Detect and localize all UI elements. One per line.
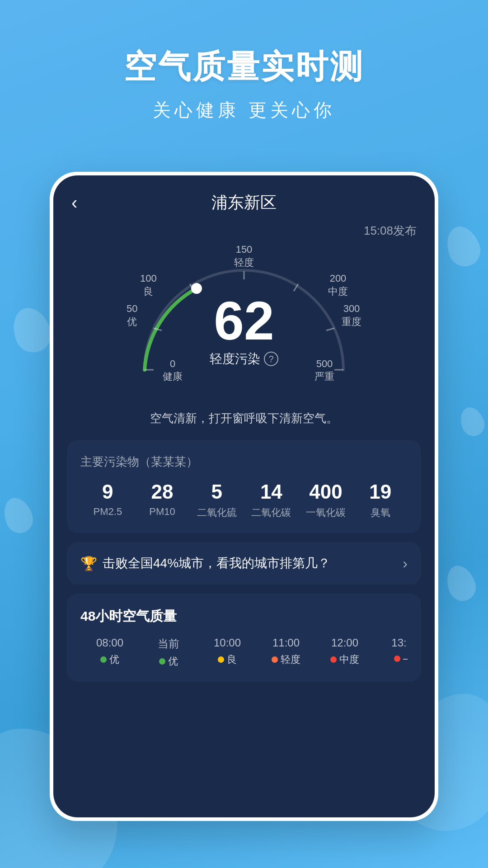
hour-time: 08:00 [85, 637, 135, 649]
trophy-icon: 🏆 [80, 556, 97, 571]
pollutant-value: 14 [244, 481, 299, 503]
pollutants-grid: 9 PM2.5 28 PM10 5 二氧化硫 14 二氧化碳 400 一氧化碳 … [80, 481, 408, 519]
ranking-banner[interactable]: 🏆 击败全国44%城市，看我的城市排第几？ › [67, 542, 421, 585]
bg-drop-left-1 [7, 302, 56, 357]
pollutant-value: 400 [299, 481, 353, 503]
bg-drop-right-2 [456, 404, 488, 439]
pollutant-value: 19 [353, 481, 408, 503]
status-dot [394, 656, 400, 662]
back-button[interactable]: ‹ [71, 193, 77, 213]
top-bar: ‹ 浦东新区 [53, 175, 435, 218]
status-dot [330, 656, 337, 663]
ranking-chevron: › [403, 555, 408, 572]
gauge-container: 0 健康 50 优 100 良 150 轻度 [117, 243, 371, 388]
gauge-label-200: 200 中度 [328, 272, 348, 298]
advice-text: 空气清新，打开窗呼吸下清新空气。 [53, 401, 435, 440]
hour-item: 11:00 轻度 [257, 637, 315, 668]
status-text: 中度 [339, 653, 359, 666]
pollutant-item: 5 二氧化硫 [189, 481, 244, 519]
header: 空气质量实时测 关心健康 更关心你 [0, 0, 488, 150]
pollutant-value: 9 [80, 481, 135, 503]
hours48-row: 08:00 优 当前 优 10:00 良 11:00 轻度 12:00 中度 1… [80, 637, 408, 668]
hour-time: 当前 [144, 637, 193, 651]
hour-status: 轻度 [261, 653, 311, 666]
pollutant-item: 400 一氧化碳 [299, 481, 353, 519]
aqi-value: 62 [210, 293, 278, 348]
pollutant-item: 28 PM10 [135, 481, 190, 519]
hour-status: 优 [85, 653, 135, 666]
hour-item: 12:00 中度 [315, 637, 374, 668]
gauge-label-300: 300 重度 [342, 302, 361, 328]
hour-status: — [379, 653, 408, 665]
hour-status: 中度 [320, 653, 370, 666]
hours48-section: 48小时空气质量 08:00 优 当前 优 10:00 良 11:00 轻度 1… [67, 594, 421, 682]
hour-item: 08:00 优 [80, 637, 139, 668]
gauge-label-100: 100 良 [140, 272, 157, 298]
gauge-section: 15:08发布 [53, 218, 435, 401]
gauge-label-500: 500 严重 [314, 358, 334, 383]
pollutant-name: 臭氧 [353, 506, 408, 519]
status-dot [272, 656, 278, 663]
pollutant-item: 14 二氧化碳 [244, 481, 299, 519]
gauge-label-50: 50 优 [127, 302, 137, 328]
pollutant-name: 一氧化碳 [299, 506, 353, 519]
status-text: 优 [109, 653, 119, 666]
gauge-label-150: 150 轻度 [234, 243, 254, 269]
app-title: 空气质量实时测 [27, 45, 461, 89]
hours48-title: 48小时空气质量 [80, 607, 408, 626]
bg-drop-right-3 [442, 561, 480, 605]
pollutants-title: 主要污染物（某某某） [80, 453, 408, 470]
pollutant-value: 28 [135, 481, 190, 503]
aqi-status-label: 轻度污染 ? [210, 350, 278, 368]
pollutant-name: PM2.5 [80, 506, 135, 518]
hour-time: 12:00 [320, 637, 370, 649]
pollutant-name: PM10 [135, 506, 190, 518]
hour-time: 10:00 [202, 637, 252, 649]
gauge-center: 62 轻度污染 ? [210, 293, 278, 368]
ranking-text: 🏆 击败全国44%城市，看我的城市排第几？ [80, 555, 330, 572]
hour-time: 11:00 [261, 637, 311, 649]
pollutants-card: 主要污染物（某某某） 9 PM2.5 28 PM10 5 二氧化硫 14 二氧化… [67, 440, 421, 533]
status-text: — [403, 653, 408, 665]
city-title: 浦东新区 [211, 192, 277, 214]
pollutant-item: 19 臭氧 [353, 481, 408, 519]
bg-drop-right-1 [441, 222, 485, 271]
pollutant-name: 二氧化硫 [189, 506, 244, 519]
status-text: 良 [227, 653, 237, 666]
hour-item: 10:00 良 [198, 637, 257, 668]
hour-item: 13:... — [374, 637, 408, 668]
publish-time: 15:08发布 [71, 223, 417, 239]
status-text: 优 [168, 655, 178, 668]
bg-drop-left-2 [0, 494, 37, 537]
status-text: 轻度 [281, 653, 300, 666]
status-dot [218, 656, 224, 663]
status-dot [159, 658, 165, 665]
phone-screen: ‹ 浦东新区 15:08发布 [53, 175, 435, 817]
gauge-label-0: 0 健康 [163, 358, 183, 383]
info-icon[interactable]: ? [264, 352, 278, 366]
app-subtitle: 关心健康 更关心你 [27, 98, 461, 123]
pollutant-name: 二氧化碳 [244, 506, 299, 519]
pollutant-value: 5 [189, 481, 244, 503]
hour-status: 优 [144, 655, 193, 668]
hour-time: 13:... [379, 637, 408, 649]
pollutant-item: 9 PM2.5 [80, 481, 135, 519]
phone-mockup: ‹ 浦东新区 15:08发布 [50, 172, 438, 821]
status-dot [100, 656, 107, 663]
hour-item: 当前 优 [139, 637, 198, 668]
hour-status: 良 [202, 653, 252, 666]
